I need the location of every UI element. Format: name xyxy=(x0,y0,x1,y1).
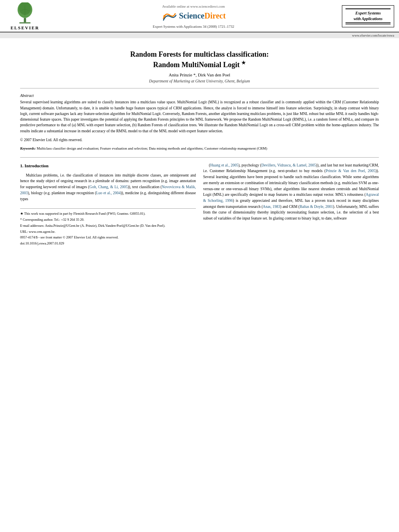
ref-goh: Goh, Chang, & Li, 2005 xyxy=(89,185,128,189)
url-bar: www.elsevier.com/locate/eswa xyxy=(0,32,399,38)
ref-agrawal: Agrawal & Schorling, 1996 xyxy=(203,193,379,203)
intro-para2: (Huang et al., 2005), psychology (Devill… xyxy=(203,162,379,222)
footnote-doi: doi:10.1016/j.eswa.2007.01.029 xyxy=(20,241,196,246)
page-header: ELSEVIER Available online at www.science… xyxy=(0,0,399,32)
footnote-star: ★ This work was supported in part by Fle… xyxy=(20,211,196,216)
journal-name-line2: with Applications xyxy=(346,16,391,22)
ref-luo: Luo et al., 2004 xyxy=(96,191,121,195)
ref-anas: Anas, 1983 xyxy=(263,205,280,209)
footnote-url: URL: www.crm.ugent.be. xyxy=(20,229,196,234)
intro-heading: 1. Introduction xyxy=(20,162,196,169)
copyright-line: © 2007 Elsevier Ltd. All rights reserved… xyxy=(20,137,379,143)
title-star: ★ xyxy=(241,60,246,66)
footnote-section: ★ This work was supported in part by Fle… xyxy=(20,208,196,246)
keywords-line: Keywords: Multiclass classifier design a… xyxy=(20,146,379,152)
elsevier-logo-area: ELSEVIER xyxy=(5,2,45,30)
svg-point-7 xyxy=(163,15,166,17)
sciencedirect-icon xyxy=(161,10,177,22)
sciencedirect-logo: ScienceDirect xyxy=(161,10,226,22)
journal-box-divider2 xyxy=(346,24,391,25)
authors-line: Anita Prinzie *, Dirk Van den Poel xyxy=(20,72,379,77)
abstract-text: Several supervised learning algorithms a… xyxy=(20,99,379,134)
affiliation-line: Department of Marketing at Ghent Univers… xyxy=(20,79,379,83)
ref-baltas: Baltas & Doyle, 2001 xyxy=(300,205,333,209)
journal-box-divider xyxy=(346,23,391,23)
header-center: Available online at www.sciencedirect.co… xyxy=(45,4,342,29)
elsevier-tree-icon xyxy=(13,2,37,25)
left-column: 1. Introduction Multiclass problems, i.e… xyxy=(20,162,196,247)
footnote-issn: 0957-4174/$ - see front matter © 2007 El… xyxy=(20,235,196,240)
ref-huang: Huang et al., 2005 xyxy=(210,163,238,167)
journal-title-top xyxy=(346,7,391,9)
abstract-body-divider xyxy=(20,157,379,158)
sciencedirect-text: ScienceDirect xyxy=(179,11,226,21)
ref-devillers: Devillers, Vidrascu, & Lamel, 2005 xyxy=(261,163,316,167)
journal-name-line1: Expert Systems xyxy=(346,10,391,16)
ref-prinzie: Prinzie & Van den Poel, 2005 xyxy=(326,169,376,173)
journal-logo-box: Expert Systems with Applications xyxy=(342,5,394,27)
svg-rect-0 xyxy=(24,18,26,23)
right-column: (Huang et al., 2005), psychology (Devill… xyxy=(203,162,379,247)
journal-citation: Expert Systems with Applications 34 (200… xyxy=(153,25,234,29)
intro-para2-text: (Huang et al., 2005), psychology (Devill… xyxy=(203,162,379,222)
url-text: www.elsevier.com/locate/eswa xyxy=(352,33,394,37)
elsevier-name: ELSEVIER xyxy=(10,25,39,30)
title-sub: Random MultiNomial Logit xyxy=(153,61,240,69)
intro-para1: Multiclass problems, i.e. the classifica… xyxy=(20,173,196,202)
body-two-col: 1. Introduction Multiclass problems, i.e… xyxy=(20,162,379,247)
footnote-corresponding: * Corresponding author. Tel.: +32 9 264 … xyxy=(20,217,196,222)
abstract-section: Abstract Several supervised learning alg… xyxy=(20,93,379,151)
intro-para1-text: Multiclass problems, i.e. the classifica… xyxy=(20,173,196,202)
paper-title: Random Forests for multiclass classifica… xyxy=(20,49,379,70)
keywords-text: Multiclass classifier design and evaluat… xyxy=(37,146,267,150)
title-main: Random Forests for multiclass classifica… xyxy=(130,50,269,58)
title-divider xyxy=(20,88,379,88)
available-online-text: Available online at www.sciencedirect.co… xyxy=(162,4,225,8)
title-section: Random Forests for multiclass classifica… xyxy=(20,49,379,83)
elsevier-logo: ELSEVIER xyxy=(5,2,45,30)
footnote-email: E-mail addresses: Anita.Prinzie@UGent.be… xyxy=(20,223,196,228)
svg-rect-1 xyxy=(19,23,31,24)
keywords-label: Keywords: xyxy=(20,146,36,150)
main-content: Random Forests for multiclass classifica… xyxy=(0,38,399,251)
abstract-label: Abstract xyxy=(20,93,379,98)
